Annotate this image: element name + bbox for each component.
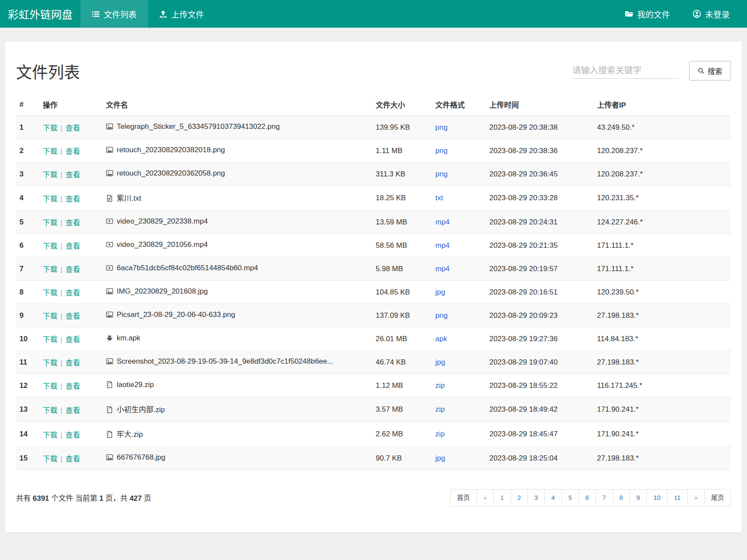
brand[interactable]: 彩虹外链网盘 [0, 0, 80, 28]
view-link[interactable]: 查看 [65, 359, 80, 367]
col-header-filesize: 文件大小 [372, 93, 432, 116]
download-link[interactable]: 下载 [43, 431, 57, 439]
file-format-link[interactable]: mp4 [435, 218, 450, 226]
download-link[interactable]: 下载 [43, 312, 57, 320]
file-size: 3.57 MB [372, 397, 432, 422]
download-link[interactable]: 下载 [43, 455, 57, 463]
file-format-link[interactable]: apk [435, 335, 447, 343]
upload-time: 2023-08-29 20:36:45 [486, 163, 594, 186]
file-format-link[interactable]: zip [435, 381, 445, 390]
download-link[interactable]: 下载 [43, 289, 57, 297]
pagination-item-page-1[interactable]: 1 [493, 489, 511, 506]
download-link[interactable]: 下载 [43, 266, 57, 274]
pagination-item-page-11[interactable]: 11 [667, 489, 688, 506]
uploader-ip: 43.249.50.* [594, 116, 731, 139]
uploader-ip: 171.111.1.* [594, 234, 731, 257]
video-file-icon [106, 218, 113, 227]
video-file-icon [106, 241, 113, 250]
download-link[interactable]: 下载 [43, 171, 57, 179]
file-name-cell: 6aca7b51dcb5cf84c02bf65144854b60.mp4 [102, 257, 372, 281]
pagination-item-page-6[interactable]: 6 [578, 489, 596, 506]
view-link[interactable]: 查看 [65, 242, 80, 250]
pagination-item-page-3[interactable]: 3 [527, 489, 545, 506]
view-link[interactable]: 查看 [65, 406, 80, 415]
file-format-link[interactable]: jpg [435, 454, 445, 462]
action-separator: | [61, 242, 62, 250]
view-link[interactable]: 查看 [65, 289, 80, 297]
download-link[interactable]: 下载 [43, 359, 57, 367]
file-format-link[interactable]: png [435, 147, 447, 155]
download-link[interactable]: 下载 [43, 406, 57, 415]
download-link[interactable]: 下载 [43, 124, 57, 132]
pagination-item-page-7[interactable]: 7 [595, 489, 613, 506]
search-input[interactable] [571, 63, 679, 79]
nav-file-list[interactable]: 文件列表 [80, 0, 148, 28]
file-format-cell: png [432, 163, 486, 186]
row-number: 5 [16, 211, 39, 234]
file-format-link[interactable]: png [435, 311, 447, 320]
file-size: 137.09 KB [372, 304, 432, 327]
download-link[interactable]: 下载 [43, 147, 57, 156]
view-link[interactable]: 查看 [65, 455, 80, 463]
file-format-link[interactable]: mp4 [435, 265, 450, 273]
pagination-item-page-4[interactable]: 4 [544, 489, 562, 506]
download-link[interactable]: 下载 [43, 195, 57, 203]
pagination-item-last[interactable]: 尾页 [704, 489, 731, 506]
uploader-ip: 124.227.246.* [594, 211, 731, 234]
file-name-cell: 牢大.zip [102, 422, 372, 447]
pagination-item-prev[interactable]: « [476, 489, 494, 506]
table-row: 7 下载|查看 6aca7b51dcb5cf84c02bf65144854b60… [16, 257, 731, 281]
pagination-item-page-10[interactable]: 10 [646, 489, 667, 506]
nav-upload[interactable]: 上传文件 [148, 0, 215, 28]
nav-login-status[interactable]: 未登录 [681, 0, 741, 28]
row-actions: 下载|查看 [39, 397, 102, 422]
file-format-link[interactable]: png [435, 170, 447, 178]
upload-time: 2023-08-29 20:21:35 [486, 234, 594, 257]
file-format-link[interactable]: zip [435, 430, 445, 438]
android-file-icon [106, 334, 113, 344]
download-link[interactable]: 下载 [43, 219, 57, 227]
view-link[interactable]: 查看 [65, 336, 80, 344]
file-format-link[interactable]: zip [435, 405, 445, 413]
file-name: 牢大.zip [117, 430, 143, 438]
view-link[interactable]: 查看 [65, 219, 80, 227]
upload-time: 2023-08-29 20:38:36 [486, 139, 594, 163]
file-name: km.apk [117, 334, 140, 342]
table-row: 13 下载|查看 小初生内部.zip 3.57 MB zip 2023-08-2… [16, 397, 731, 422]
search-button[interactable]: 搜索 [689, 61, 731, 80]
pagination-item-next[interactable]: » [687, 489, 705, 506]
pagination-item-first[interactable]: 首页 [450, 489, 477, 506]
view-link[interactable]: 查看 [65, 124, 80, 132]
action-separator: | [61, 171, 62, 179]
upload-time: 2023-08-29 20:33:28 [486, 186, 594, 211]
nav-upload-label: 上传文件 [171, 8, 204, 20]
table-row: 6 下载|查看 video_230829_201056.mp4 58.56 MB… [16, 234, 731, 257]
file-format-cell: jpg [432, 447, 486, 470]
file-format-link[interactable]: png [435, 123, 447, 131]
view-link[interactable]: 查看 [65, 147, 80, 156]
pagination-item-page-5[interactable]: 5 [562, 489, 579, 506]
view-link[interactable]: 查看 [65, 312, 80, 320]
pagination-item-page-9[interactable]: 9 [629, 489, 647, 506]
file-format-link[interactable]: mp4 [435, 241, 450, 250]
view-link[interactable]: 查看 [65, 195, 80, 203]
download-link[interactable]: 下载 [43, 242, 57, 250]
download-link[interactable]: 下载 [43, 336, 57, 344]
file-format-link[interactable]: jpg [435, 288, 445, 296]
view-link[interactable]: 查看 [65, 382, 80, 390]
download-link[interactable]: 下载 [43, 382, 57, 390]
pagination-item-page-2[interactable]: 2 [511, 489, 528, 506]
view-link[interactable]: 查看 [65, 171, 80, 179]
nav-my-files[interactable]: 我的文件 [613, 0, 681, 28]
image-file-icon [106, 358, 113, 367]
view-link[interactable]: 查看 [65, 431, 80, 439]
file-format-link[interactable]: txt [435, 194, 443, 202]
file-format-cell: png [432, 139, 486, 163]
action-separator: | [61, 124, 62, 132]
view-link[interactable]: 查看 [65, 266, 80, 274]
file-format-link[interactable]: jpg [435, 358, 445, 366]
action-separator: | [61, 195, 62, 203]
pagination-item-page-8[interactable]: 8 [613, 489, 630, 506]
content-card: 文件列表 搜索 # 操作 文件名 文件大小 文件格式 上传时间 上 [5, 42, 742, 532]
file-format-cell: zip [432, 374, 486, 397]
